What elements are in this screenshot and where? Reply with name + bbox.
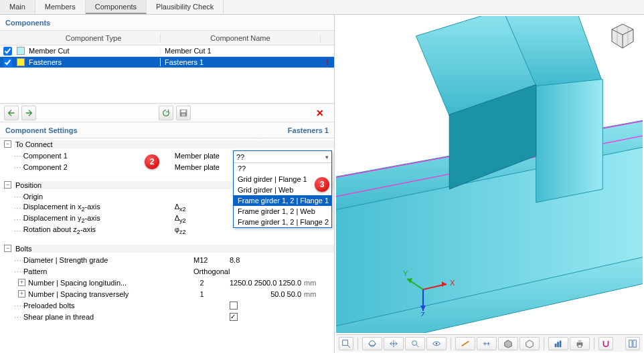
svg-point-28: [412, 340, 417, 345]
tab-bar: Main Members Components Plausibility Che…: [0, 0, 644, 15]
row-name: Fasteners 1: [160, 58, 321, 66]
move-up-button[interactable]: [4, 106, 19, 120]
section-button[interactable]: [477, 337, 497, 350]
row-type: Fasteners: [26, 58, 160, 66]
3d-viewport[interactable]: X Y Z: [336, 16, 643, 333]
results-button[interactable]: [548, 337, 568, 350]
prop-pattern[interactable]: ···· Pattern Orthogonal: [0, 265, 334, 277]
wireframe-button[interactable]: [519, 337, 540, 350]
tab-main[interactable]: Main: [0, 0, 35, 14]
dimension-button[interactable]: [455, 337, 475, 350]
prop-value-2[interactable]: 8.8: [230, 256, 303, 264]
split-view-button[interactable]: [625, 337, 640, 350]
col-name[interactable]: Component Name: [161, 34, 321, 42]
zoom-button[interactable]: [405, 337, 425, 350]
callout-2: 2: [145, 154, 159, 169]
color-swatch: [17, 58, 25, 66]
group-to-connect[interactable]: − To Connect: [0, 138, 334, 150]
svg-marker-20: [407, 278, 412, 283]
prop-label: Shear plane in thread: [23, 313, 94, 321]
components-table: Component Type Component Name Member Cut…: [0, 31, 334, 104]
svg-rect-1: [181, 110, 185, 113]
svg-marker-23: [420, 306, 426, 311]
prop-spacing-trans[interactable]: + Number | Spacing transversely 1 50.0 5…: [0, 288, 334, 300]
prop-diameter[interactable]: ···· Diameter | Strength grade M12 8.8: [0, 254, 334, 265]
prop-field: Member plate: [171, 152, 236, 160]
tab-members[interactable]: Members: [35, 0, 86, 14]
prop-value[interactable]: 1: [183, 290, 220, 298]
svg-rect-38: [555, 344, 557, 347]
row-checkbox[interactable]: [3, 58, 12, 67]
tab-components[interactable]: Components: [86, 0, 147, 14]
save-button[interactable]: [176, 106, 191, 120]
orbit-button[interactable]: [362, 337, 382, 350]
zoom-window-button[interactable]: [339, 337, 353, 350]
svg-rect-45: [633, 340, 636, 347]
prop-unit: mm: [304, 290, 324, 298]
prop-value[interactable]: 2: [183, 279, 220, 287]
dropdown-option[interactable]: Frame girder 1, 2 | Flange 1: [234, 195, 331, 206]
move-down-button[interactable]: [21, 106, 36, 120]
dropdown-option[interactable]: Frame girder 1, 2 | Flange 2: [234, 217, 331, 227]
row-type: Member Cut: [26, 47, 160, 55]
svg-rect-39: [557, 342, 559, 347]
left-panel: Components Component Type Component Name…: [0, 15, 335, 353]
prop-symbol: φz2: [171, 225, 236, 235]
svg-rect-40: [560, 340, 562, 347]
prop-spacing-long[interactable]: + Number | Spacing longitudin... 2 1250.…: [0, 277, 334, 288]
settings-context: Fasteners 1: [288, 126, 329, 134]
checkbox[interactable]: [230, 302, 238, 310]
prop-field: Member plate: [171, 163, 236, 171]
render-button[interactable]: [498, 337, 518, 350]
prop-value-2[interactable]: 50.0 50.0: [220, 290, 304, 298]
svg-line-29: [416, 344, 419, 347]
pan-button[interactable]: [384, 337, 404, 350]
dropdown-option[interactable]: Frame girder 1, 2 | Web: [234, 206, 331, 217]
component-row[interactable]: Fasteners Fasteners 1 !: [0, 57, 334, 68]
col-type[interactable]: Component Type: [27, 34, 161, 42]
refresh-button[interactable]: [159, 106, 173, 120]
prop-symbol: Δx2: [171, 203, 236, 213]
components-header: Components: [0, 15, 334, 31]
svg-rect-44: [629, 340, 632, 347]
expand-icon[interactable]: +: [18, 279, 25, 286]
row-checkbox[interactable]: [3, 47, 12, 55]
collapse-icon[interactable]: −: [4, 181, 11, 189]
prop-label: Preloaded bolts: [23, 302, 74, 310]
prop-value-2[interactable]: 1250.0 2500.0 1250.0: [220, 279, 304, 287]
group-bolts[interactable]: − Bolts: [0, 243, 334, 254]
svg-marker-9: [536, 80, 603, 203]
row-name: Member Cut 1: [160, 47, 321, 55]
svg-line-32: [462, 341, 469, 346]
view-cube[interactable]: [609, 23, 636, 49]
prop-label: Number | Spacing longitudin...: [28, 279, 127, 287]
svg-text:X: X: [450, 279, 455, 287]
prop-shear-plane[interactable]: ···· Shear plane in thread: [0, 311, 334, 322]
prop-value[interactable]: M12: [189, 256, 230, 264]
row-warning-icon: !: [321, 58, 334, 66]
collapse-icon[interactable]: −: [4, 245, 11, 252]
prop-symbol: Δy2: [171, 214, 236, 224]
expand-icon[interactable]: +: [18, 290, 25, 298]
prop-preloaded[interactable]: ···· Preloaded bolts: [0, 300, 334, 311]
settings-tree: − To Connect ···· Component 1 Member pla…: [0, 138, 334, 353]
svg-marker-37: [526, 340, 534, 347]
component-row[interactable]: Member Cut Member Cut 1: [0, 45, 334, 57]
svg-marker-17: [442, 281, 447, 287]
magnet-button[interactable]: [598, 337, 613, 350]
axis-triad: X Y Z: [403, 269, 457, 316]
collapse-icon[interactable]: −: [4, 140, 11, 148]
settings-title: Component Settings: [5, 126, 78, 134]
tab-plausibility[interactable]: Plausibility Check: [147, 0, 224, 14]
svg-line-26: [348, 345, 351, 348]
prop-label: Component 2: [23, 163, 68, 171]
delete-button[interactable]: ✕: [313, 106, 327, 120]
dropdown-selected[interactable]: ?? ▾: [234, 151, 331, 163]
view-show-button[interactable]: [426, 337, 447, 350]
color-swatch: [17, 47, 25, 55]
dropdown-option[interactable]: ??: [234, 163, 331, 174]
checkbox-checked[interactable]: [230, 313, 238, 321]
prop-value[interactable]: Orthogonal: [189, 267, 303, 275]
components-toolbar: ✕: [0, 104, 334, 122]
print-button[interactable]: [570, 337, 590, 350]
